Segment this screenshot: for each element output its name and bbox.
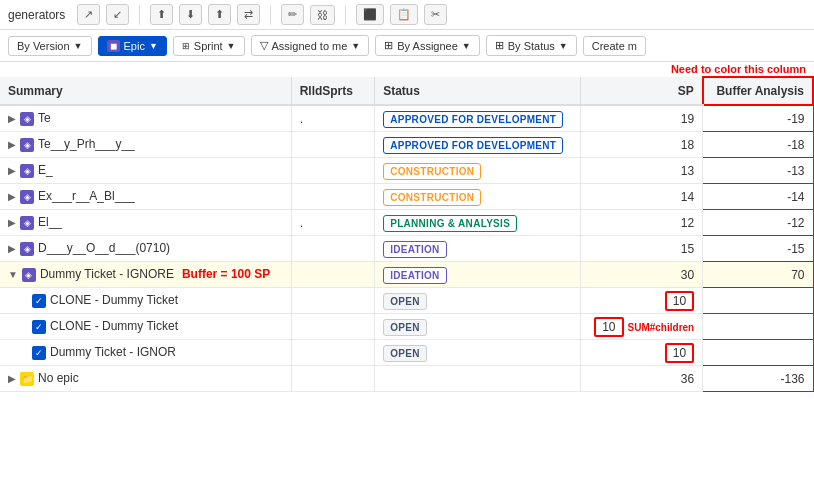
filter-bar: By Version ▼ ◼ Epic ▼ ⊞ Sprint ▼ ▽ Assig… [0,30,814,62]
divider-1 [139,5,140,25]
paste-btn[interactable]: 📋 [390,4,418,25]
assigned-to-me-label: Assigned to me [272,40,348,52]
sp-highlighted: 10 [665,291,694,311]
table-row: ▶◈El__.PLANNING & ANALYSIS12-12 [0,210,813,236]
align-mid-btn[interactable]: ⬇ [179,4,202,25]
status-header-label: Status [383,84,420,98]
summary-text: Te [38,111,51,125]
status-badge: APPROVED FOR DEVELOPMENT [383,137,563,154]
sp-cell: 12 [580,210,702,236]
create-btn[interactable]: Create m [583,36,646,56]
summary-header-label: Summary [8,84,63,98]
rild-cell [291,184,375,210]
epic-row-icon: ◈ [20,216,34,230]
rild-cell: . [291,105,375,132]
epic-label: Epic [124,40,145,52]
buffer-cell [703,314,813,340]
sp-cell: 19 [580,105,702,132]
cut-btn[interactable]: ✂ [424,4,447,25]
epic-row-icon: ◈ [20,164,34,178]
buffer-cell: -136 [703,366,813,392]
rild-cell [291,366,375,392]
status-cell: APPROVED FOR DEVELOPMENT [375,105,581,132]
by-status-label: By Status [508,40,555,52]
table-row: ▶◈E_CONSTRUCTION13-13 [0,158,813,184]
sprint-label: Sprint [194,40,223,52]
buffer-cell: -12 [703,210,813,236]
buffer-cell [703,288,813,314]
by-version-label: By Version [17,40,70,52]
assigned-to-me-filter[interactable]: ▽ Assigned to me ▼ [251,35,370,56]
sp-cell: 30 [580,262,702,288]
buffer-cell: -13 [703,158,813,184]
copy-btn[interactable]: ⬛ [356,4,384,25]
buffer-label: Buffer = 100 SP [182,267,270,281]
align-top-btn[interactable]: ⬆ [150,4,173,25]
epic-filter[interactable]: ◼ Epic ▼ [98,36,167,56]
col-buffer-header: Buffer Analysis [703,77,813,105]
sprint-filter[interactable]: ⊞ Sprint ▼ [173,36,245,56]
by-status-filter[interactable]: ⊞ By Status ▼ [486,35,577,56]
status-badge: IDEATION [383,241,446,258]
status-badge: APPROVED FOR DEVELOPMENT [383,111,563,128]
link-btn[interactable]: ⛓ [310,5,335,25]
sp-cell: 36 [580,366,702,392]
summary-cell: ▶◈Ex___r__A_Bl___ [0,184,291,210]
expand-icon[interactable]: ▶ [8,139,16,150]
status-cell: IDEATION [375,236,581,262]
edit-btn[interactable]: ✏ [281,4,304,25]
expand-icon[interactable]: ▶ [8,191,16,202]
status-badge: CONSTRUCTION [383,189,481,206]
toolbar: generators ↗ ↙ ⬆ ⬇ ⬆ ⇄ ✏ ⛓ ⬛ 📋 ✂ [0,0,814,30]
summary-cell: ✓CLONE - Dummy Ticket [0,288,291,314]
sp-cell: 13 [580,158,702,184]
status-cell: OPEN [375,314,581,340]
expand-btn[interactable]: ↗ [77,4,100,25]
status-badge: OPEN [383,293,427,310]
status-cell: OPEN [375,288,581,314]
swap-btn[interactable]: ⇄ [237,4,260,25]
expand-icon[interactable]: ▶ [8,217,16,228]
summary-text: Te__y_Prh___y__ [38,137,135,151]
header-wrapper: Need to color this column [0,62,814,76]
sp-highlighted: 10 [594,317,623,337]
need-color-label: Need to color this column [671,63,806,75]
divider-3 [345,5,346,25]
table-body: ▶◈Te.APPROVED FOR DEVELOPMENT19-19▶◈Te__… [0,105,813,392]
expand-icon[interactable]: ▶ [8,243,16,254]
by-status-arrow: ▼ [559,41,568,51]
expand-icon[interactable]: ▶ [8,165,16,176]
by-version-arrow: ▼ [74,41,83,51]
summary-cell: ▶◈Te__y_Prh___y__ [0,132,291,158]
table-row: ▶📁No epic36-136 [0,366,813,392]
divider-2 [270,5,271,25]
expand-icon[interactable]: ▶ [8,373,16,384]
expand-icon[interactable]: ▼ [8,269,18,280]
table-row: ✓CLONE - Dummy TicketOPEN10 [0,288,813,314]
sum-label: SUM#children [628,322,695,333]
checkbox-icon: ✓ [32,346,46,360]
expand-icon[interactable]: ▶ [8,113,16,124]
sp-cell: 10 [580,288,702,314]
assigned-arrow: ▼ [351,41,360,51]
summary-text: Dummy Ticket - IGNOR [50,345,176,359]
epic-row-icon: ◈ [20,138,34,152]
sp-cell: 10 [580,340,702,366]
status-cell: CONSTRUCTION [375,158,581,184]
collapse-btn[interactable]: ↙ [106,4,129,25]
by-assignee-filter[interactable]: ⊞ By Assignee ▼ [375,35,479,56]
align-bot-btn[interactable]: ⬆ [208,4,231,25]
status-badge: OPEN [383,345,427,362]
summary-text: Ex___r__A_Bl___ [38,189,135,203]
status-badge: OPEN [383,319,427,336]
sprint-icon: ⊞ [182,41,190,51]
status-cell: APPROVED FOR DEVELOPMENT [375,132,581,158]
epic-row-icon: ◈ [20,242,34,256]
buffer-cell: -15 [703,236,813,262]
table-container: Summary RlldSprts Status SP Buffer Analy… [0,76,814,392]
sp-header-label: SP [678,84,694,98]
summary-text: Dummy Ticket - IGNORE [40,267,174,281]
table-row: ▶◈Te.APPROVED FOR DEVELOPMENT19-19 [0,105,813,132]
by-version-filter[interactable]: By Version ▼ [8,36,92,56]
rild-cell [291,288,375,314]
